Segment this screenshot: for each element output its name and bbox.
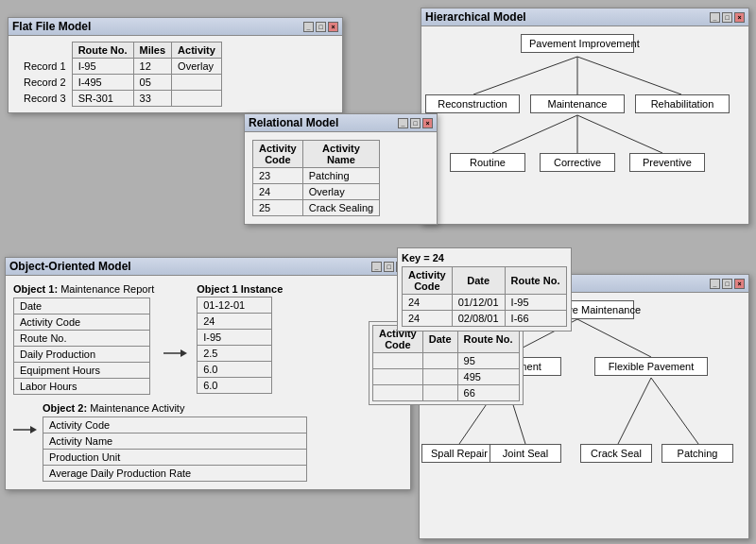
maximize-button[interactable]: □: [722, 279, 732, 289]
tree-node-rehabilitation: Rehabilitation: [635, 94, 730, 113]
minimize-button[interactable]: _: [371, 262, 382, 272]
object1-label: Object 1: Maintenance Report: [13, 283, 154, 295]
window-controls[interactable]: _ □ ×: [398, 118, 433, 128]
relational-content: ActivityCode ActivityName 23 Patching 24…: [245, 132, 437, 224]
close-button[interactable]: ×: [734, 12, 745, 23]
table-row: 495: [373, 369, 520, 385]
close-button[interactable]: ×: [328, 22, 338, 32]
activity-value: Overlay: [172, 59, 222, 75]
field-row: Route No.: [14, 331, 150, 347]
svg-marker-9: [30, 426, 37, 434]
instance-row: 24: [198, 314, 272, 330]
network-crack: Crack Seal: [580, 444, 652, 463]
tree-node-reconstruction: Reconstruction: [425, 94, 520, 113]
route-value: I-495: [72, 75, 133, 91]
window-controls[interactable]: _ □ ×: [303, 22, 338, 32]
key-data-table: ActivityCode Date Route No. 24 01/12/01 …: [402, 266, 567, 327]
table-row: 24 02/08/01 I-66: [403, 311, 567, 327]
col-date: Date: [452, 267, 505, 295]
field-row: Activity Code: [14, 314, 150, 331]
table-row: Record 3 SR-301 33: [18, 91, 221, 107]
col-act-code: ActivityCode: [403, 267, 453, 295]
table-row: Record 2 I-495 05: [18, 75, 221, 91]
maximize-button[interactable]: □: [384, 262, 394, 272]
field-row: Average Daily Production Rate: [43, 466, 307, 482]
instance-table: 01-12-01 24 I-95 2.5 6.0 6.0: [197, 297, 272, 394]
field-row: Labor Hours: [14, 379, 150, 395]
minimize-button[interactable]: _: [398, 118, 408, 128]
object1-instance: Object 1 Instance 01-12-01 24 I-95 2.5 6…: [197, 283, 283, 395]
col-header-empty: [18, 42, 72, 59]
svg-line-2: [577, 57, 681, 94]
flat-file-title: Flat File Model: [12, 20, 91, 33]
hierarchical-titlebar: Hierarchical Model _ □ ×: [421, 8, 748, 26]
code-val: 24: [403, 295, 453, 311]
svg-line-15: [651, 378, 698, 444]
date-val: 02/08/01: [452, 311, 505, 327]
route-val: I-95: [505, 295, 566, 311]
name-value: Overlay: [302, 184, 379, 200]
tree-node-maintenance: Maintenance: [530, 94, 625, 113]
minimize-button[interactable]: _: [710, 279, 720, 289]
col-activity-name: ActivityName: [302, 141, 379, 168]
miles-value: 33: [133, 91, 172, 107]
date-val: 01/12/01: [452, 295, 505, 311]
table-row: 25 Crack Sealing: [253, 200, 380, 216]
minimize-button[interactable]: _: [303, 22, 314, 32]
instance-row: 01-12-01: [198, 298, 272, 314]
code-value: 23: [253, 168, 303, 184]
minimize-button[interactable]: _: [710, 12, 720, 23]
oo-title: Object-Oriented Model: [9, 260, 131, 273]
relational-window: Relational Model _ □ × ActivityCode Acti…: [244, 113, 438, 225]
key-table: Key = 24 ActivityCode Date Route No. 24 …: [397, 247, 572, 332]
record-label: Record 3: [18, 91, 72, 107]
object1-def: Object 1: Maintenance Report Date Activi…: [13, 283, 154, 395]
object2-section: Object 2: Maintenance Activity Activity …: [13, 402, 403, 482]
oo-titlebar: Object-Oriented Model _ □ ×: [6, 258, 410, 276]
flat-file-table: Route No. Miles Activity Record 1 I-95 1…: [18, 42, 222, 107]
hierarchical-window: Hierarchical Model _ □ × Pavement Improv…: [421, 8, 749, 225]
window-controls[interactable]: _ □ ×: [710, 12, 745, 23]
svg-line-14: [618, 378, 651, 444]
object2-def: Object 2: Maintenance Activity Activity …: [43, 402, 307, 482]
network-patching: Patching: [662, 444, 733, 463]
network-flexible: Flexible Pavement: [594, 357, 708, 376]
maximize-button[interactable]: □: [410, 118, 421, 128]
route-value: SR-301: [72, 91, 133, 107]
join-table: ActivityCode Date Route No. 95 495 66: [372, 325, 520, 401]
svg-line-0: [473, 57, 577, 94]
table-row: 24 01/12/01 I-95: [403, 295, 567, 311]
route-val: I-66: [505, 311, 566, 327]
code-value: 24: [253, 184, 303, 200]
record-label: Record 2: [18, 75, 72, 91]
name-value: Crack Sealing: [302, 200, 379, 216]
record-label: Record 1: [18, 59, 72, 75]
activity-value: [172, 91, 222, 107]
object2-label: Object 2: Maintenance Activity: [43, 402, 307, 414]
close-button[interactable]: ×: [422, 118, 433, 128]
close-button[interactable]: ×: [734, 279, 745, 289]
network-joint: Joint Seal: [490, 444, 561, 463]
arrow-icon: [163, 347, 187, 360]
maximize-button[interactable]: □: [316, 22, 326, 32]
relational-table: ActivityCode ActivityName 23 Patching 24…: [252, 140, 380, 216]
flat-file-content: Route No. Miles Activity Record 1 I-95 1…: [9, 36, 342, 112]
relational-titlebar: Relational Model _ □ ×: [245, 114, 437, 132]
instance-title: Object 1 Instance: [197, 283, 283, 295]
maximize-button[interactable]: □: [722, 12, 732, 23]
svg-line-5: [577, 115, 662, 153]
oo-model-window: Object-Oriented Model _ □ × Object 1: Ma…: [5, 257, 411, 490]
field-row: Daily Production: [14, 347, 150, 363]
instance-row: I-95: [198, 330, 272, 346]
key-label: Key = 24: [402, 252, 567, 264]
table-row: 24 Overlay: [253, 184, 380, 200]
window-controls[interactable]: _ □ ×: [710, 279, 745, 289]
object2-fields-table: Activity Code Activity Name Production U…: [43, 416, 307, 482]
field-row: Production Unit: [43, 450, 307, 466]
arrow-section: [163, 283, 187, 395]
partial-join-table: ActivityCode Date Route No. 95 495 66: [369, 321, 524, 405]
flat-file-window: Flat File Model _ □ × Route No. Miles Ac…: [8, 17, 343, 113]
field-row: Activity Name: [43, 434, 307, 450]
hierarchical-content: Pavement Improvement Reconstruction Main…: [421, 26, 748, 211]
tree-node-routine: Routine: [450, 153, 525, 172]
